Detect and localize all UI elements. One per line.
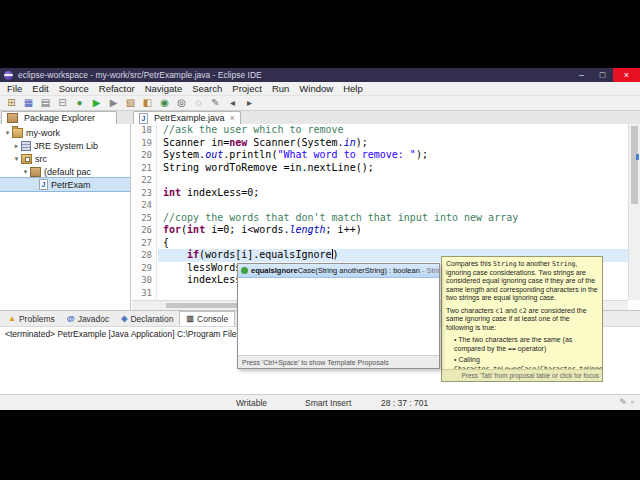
forward-icon[interactable]: ▸: [241, 96, 258, 110]
maximize-button[interactable]: □: [592, 68, 613, 82]
code-segment: "What word to remove: ": [277, 149, 415, 160]
code-segment: new: [229, 137, 247, 148]
menu-window[interactable]: Window: [294, 83, 338, 94]
build-all-icon[interactable]: ⊟: [54, 96, 71, 110]
print-icon[interactable]: ▤: [37, 96, 54, 110]
debug-icon[interactable]: ●: [71, 96, 88, 110]
tree-item-default-pac[interactable]: ▾(default pac: [0, 165, 130, 178]
menu-source[interactable]: Source: [54, 83, 94, 94]
code-segment: i=0; i<words.: [205, 224, 289, 235]
code-segment: String wordToRemove =in.nextLine();: [163, 162, 374, 173]
code-line-26[interactable]: for(int i=0; i<words.length; i++): [158, 224, 628, 237]
package-explorer-icon: [7, 113, 18, 123]
editor-vscrollbar[interactable]: [628, 124, 640, 300]
back-icon[interactable]: ◂: [224, 96, 241, 110]
code-segment: for: [163, 224, 181, 235]
close-button[interactable]: ×: [613, 68, 640, 82]
javadoc-text: operator): [516, 345, 546, 352]
line-number: 26: [132, 224, 156, 237]
javadoc-p: Two characters c1 and c2 are considered …: [446, 307, 598, 333]
tab-close-icon[interactable]: ×: [230, 113, 235, 123]
chevron-down-icon[interactable]: ▾: [12, 155, 21, 163]
tab-editor-petrexample[interactable]: PetrExample.java ×: [133, 111, 241, 124]
tab-label: PetrExample.java: [154, 113, 225, 123]
code-segment: ): [333, 249, 339, 260]
code-segment: //ask the user which to remove: [163, 124, 344, 135]
javadoc-icon: @: [67, 314, 75, 323]
code-segment: {: [163, 237, 169, 248]
menu-run[interactable]: Run: [267, 83, 294, 94]
code-line-24[interactable]: [158, 199, 628, 212]
tab-problems[interactable]: ▲Problems: [2, 311, 61, 326]
open-type-icon[interactable]: ◎: [173, 96, 190, 110]
chevron-down-icon[interactable]: ▾: [21, 168, 30, 176]
menu-edit[interactable]: Edit: [27, 83, 53, 94]
external-tools-icon[interactable]: ▶: [105, 96, 122, 110]
tab-javadoc[interactable]: @Javadoc: [61, 311, 115, 326]
save-icon[interactable]: ▦: [20, 96, 37, 110]
javadoc-text: Calling: [458, 356, 479, 363]
library-icon: [21, 141, 31, 151]
run-icon[interactable]: ▶: [88, 96, 105, 110]
letterbox-bottom: [0, 410, 640, 480]
menu-search[interactable]: Search: [187, 83, 227, 94]
code-line-23[interactable]: int indexLess=0;: [158, 187, 628, 200]
line-number: 31: [132, 287, 156, 300]
tree-item-jre-system-lib[interactable]: ▸JRE System Lib: [0, 139, 130, 152]
code-line-22[interactable]: [158, 174, 628, 187]
new-java-project-icon[interactable]: ▧: [122, 96, 139, 110]
project-icon: [12, 128, 23, 138]
code-line-20[interactable]: System.out.println("What word to remove:…: [158, 149, 628, 162]
code-segment: //copy the words that don't match that i…: [163, 212, 518, 223]
assist-proposal-equalsignorecase[interactable]: equalsIgnoreCase(String anotherString) :…: [238, 264, 439, 278]
line-number: 22: [132, 174, 156, 187]
status-icons: ✎ ▫: [619, 397, 634, 407]
new-package-icon[interactable]: ◧: [139, 96, 156, 110]
tree-item-my-work[interactable]: ▾my-work: [0, 126, 130, 139]
edit-pencil-icon: ✎: [619, 397, 627, 407]
tree-item-petrexam[interactable]: PetrExam: [0, 178, 130, 191]
chevron-right-icon[interactable]: ▸: [12, 142, 21, 150]
code-segment: Scanner(System.: [247, 137, 343, 148]
search-icon[interactable]: ◌: [190, 96, 207, 110]
code-segment: int: [187, 224, 205, 235]
menu-file[interactable]: File: [2, 83, 27, 94]
tree-item-src[interactable]: ▾src: [0, 152, 130, 165]
code-segment: if: [187, 249, 199, 260]
menu-project[interactable]: Project: [227, 83, 267, 94]
javadoc-text: ==: [508, 345, 516, 353]
menu-refactor[interactable]: Refactor: [94, 83, 140, 94]
code-segment: in: [344, 137, 356, 148]
line-number: 27: [132, 237, 156, 250]
javadoc-footer: Press 'Tab' from proposal table or click…: [442, 369, 602, 381]
annotation-icon[interactable]: ✎: [207, 96, 224, 110]
tab-strip: Package Explorer PetrExample.java ×: [0, 111, 640, 125]
tab-console[interactable]: ▥Console: [179, 311, 235, 326]
console-icon: ▥: [186, 314, 194, 323]
new-class-icon[interactable]: ◉: [156, 96, 173, 110]
code-line-19[interactable]: Scanner in=new Scanner(System.in);: [158, 137, 628, 150]
code-line-27[interactable]: {: [158, 237, 628, 250]
line-number: 18: [132, 124, 156, 137]
tab-package-explorer[interactable]: Package Explorer: [1, 111, 117, 124]
chevron-down-icon[interactable]: ▾: [3, 129, 12, 137]
console-header: <terminated> PetrExample [Java Applicati…: [5, 329, 243, 339]
proposal-text: equalsIgnoreCase(String anotherString) :…: [251, 266, 439, 275]
package-icon: [30, 167, 41, 177]
code-segment: ; i++): [326, 224, 362, 235]
tab-declaration[interactable]: ◈Declaration: [115, 311, 179, 326]
code-line-18[interactable]: //ask the user which to remove: [158, 124, 628, 137]
minimize-button[interactable]: –: [571, 68, 592, 82]
new-wizard-icon[interactable]: ⊞: [3, 96, 20, 110]
window-title: eclipse-workspace - my-work/src/PetrExam…: [18, 70, 262, 80]
menu-help[interactable]: Help: [338, 83, 368, 94]
line-number: 28: [132, 249, 156, 262]
menu-navigate[interactable]: Navigate: [140, 83, 188, 94]
code-line-21[interactable]: String wordToRemove =in.nextLine();: [158, 162, 628, 175]
javadoc-content: Compares this String to another String, …: [446, 260, 598, 382]
vscroll-thumb[interactable]: [631, 126, 638, 204]
status-insert-mode: Smart Insert: [305, 398, 351, 408]
javadoc-text: Compares this: [446, 260, 493, 267]
code-segment: (words[i].equalsIgnore: [199, 249, 331, 260]
code-line-25[interactable]: //copy the words that don't match that i…: [158, 212, 628, 225]
